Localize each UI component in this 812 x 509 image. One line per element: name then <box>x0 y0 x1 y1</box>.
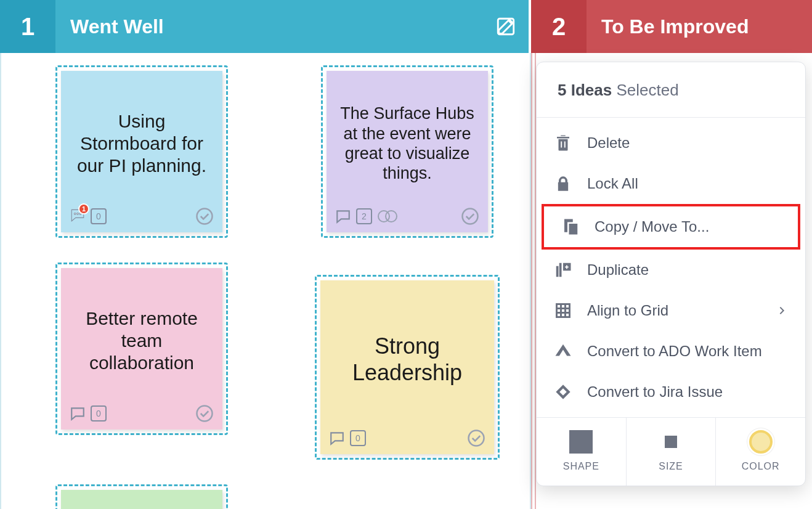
column-number: 1 <box>0 0 55 53</box>
column-went-well: 1 Went Well Using Stormboard for our PI … <box>0 0 531 509</box>
vote-count[interactable]: 2 <box>356 208 372 224</box>
selection-suffix: Selected <box>616 81 678 99</box>
footer-color[interactable]: COLOR <box>716 418 805 486</box>
menu-label: Duplicate <box>587 261 649 279</box>
vote-count[interactable]: 0 <box>350 430 366 446</box>
ado-icon <box>553 341 574 362</box>
menu-copy-move[interactable]: Copy / Move To... <box>542 204 800 250</box>
double-circle-icon[interactable] <box>377 208 398 224</box>
check-circle-icon[interactable] <box>461 207 479 226</box>
menu-label: Convert to ADO Work Item <box>587 343 762 360</box>
jira-icon <box>553 381 574 402</box>
comment-icon[interactable] <box>70 405 86 421</box>
menu-convert-jira[interactable]: Convert to Jira Issue <box>537 372 805 412</box>
note-inner: Audio <box>61 490 222 509</box>
shape-icon <box>569 430 593 454</box>
menu-delete[interactable]: Delete <box>537 123 805 163</box>
note-text: The Surface Hubs at the event were great… <box>335 79 479 205</box>
svg-point-8 <box>197 406 213 421</box>
menu-label: Copy / Move To... <box>595 218 709 235</box>
comment-icon[interactable] <box>335 208 351 224</box>
grid-icon <box>553 300 574 321</box>
note-inner: Using Stormboard for our PI planning. 1 … <box>61 71 222 232</box>
footer-label: SIZE <box>659 461 683 472</box>
menu-label: Delete <box>587 134 630 152</box>
panel-footer: SHAPE SIZE COLOR <box>537 417 805 486</box>
menu-align-grid[interactable]: Align to Grid <box>537 290 805 331</box>
column-number: 2 <box>531 0 587 53</box>
svg-point-4 <box>197 209 213 224</box>
menu-label: Align to Grid <box>587 302 763 319</box>
lock-icon <box>553 173 574 194</box>
note-footer: 1 0 <box>70 205 214 227</box>
check-circle-icon[interactable] <box>195 404 214 423</box>
selection-count: 5 <box>558 81 566 99</box>
column-body: Using Stormboard for our PI planning. 1 … <box>0 53 531 509</box>
note-inner: The Surface Hubs at the event were great… <box>327 71 488 232</box>
svg-point-7 <box>463 209 478 224</box>
sticky-note[interactable]: The Surface Hubs at the event were great… <box>321 65 493 238</box>
column-divider <box>531 53 536 509</box>
notes-grid: Using Stormboard for our PI planning. 1 … <box>12 65 519 509</box>
menu-label: Lock All <box>587 175 638 192</box>
sticky-note[interactable]: Using Stormboard for our PI planning. 1 … <box>55 65 228 238</box>
note-text: Strong Leadership <box>329 289 485 427</box>
svg-point-6 <box>386 211 397 222</box>
column-header-went-well: 1 Went Well <box>0 0 531 53</box>
footer-label: COLOR <box>742 461 780 472</box>
chevron-right-icon <box>777 306 787 316</box>
column-header-improved: 2 To Be Improved <box>531 0 812 53</box>
note-footer: 2 <box>335 205 479 227</box>
menu-label: Convert to Jira Issue <box>587 383 723 401</box>
footer-shape[interactable]: SHAPE <box>537 418 627 486</box>
vote-count[interactable]: 0 <box>91 208 107 224</box>
check-circle-icon[interactable] <box>195 207 214 226</box>
note-inner: Strong Leadership 0 <box>320 280 494 454</box>
panel-header: 5 Ideas Selected <box>537 62 805 118</box>
context-menu-panel: 5 Ideas Selected Delete Lock All Copy / … <box>536 62 806 486</box>
sticky-note[interactable]: Better remote team collaboration 0 <box>55 263 228 435</box>
vote-count[interactable]: 0 <box>91 405 107 421</box>
svg-rect-10 <box>557 304 570 317</box>
menu-convert-ado[interactable]: Convert to ADO Work Item <box>537 331 805 372</box>
menu-lock-all[interactable]: Lock All <box>537 163 805 204</box>
size-icon <box>665 436 677 448</box>
comment-icon[interactable] <box>329 430 345 446</box>
copy-icon <box>560 216 581 237</box>
color-icon <box>749 430 773 454</box>
comment-icon-wrap[interactable]: 1 <box>70 207 86 226</box>
sticky-note-partial[interactable]: Audio <box>55 484 228 509</box>
selection-unit: Ideas <box>571 81 612 99</box>
column-title: To Be Improved <box>601 15 800 38</box>
trash-icon <box>553 132 574 153</box>
menu-list: Delete Lock All Copy / Move To... Duplic… <box>537 118 805 417</box>
footer-label: SHAPE <box>563 461 599 472</box>
column-title: Went Well <box>70 15 495 38</box>
comment-badge: 1 <box>78 203 89 214</box>
menu-duplicate[interactable]: Duplicate <box>537 250 805 290</box>
note-text: Using Stormboard for our PI planning. <box>70 79 214 205</box>
footer-size[interactable]: SIZE <box>627 418 717 486</box>
note-footer: 0 <box>329 427 485 449</box>
note-footer: 0 <box>70 402 214 425</box>
svg-point-1 <box>74 213 76 215</box>
duplicate-icon <box>553 259 574 280</box>
note-inner: Better remote team collaboration 0 <box>61 268 222 430</box>
sticky-note[interactable]: Strong Leadership 0 <box>315 275 500 460</box>
edit-icon[interactable] <box>495 16 516 37</box>
svg-point-9 <box>469 431 484 446</box>
svg-point-2 <box>77 213 79 215</box>
check-circle-icon[interactable] <box>467 429 485 447</box>
note-text: Better remote team collaboration <box>70 277 214 402</box>
